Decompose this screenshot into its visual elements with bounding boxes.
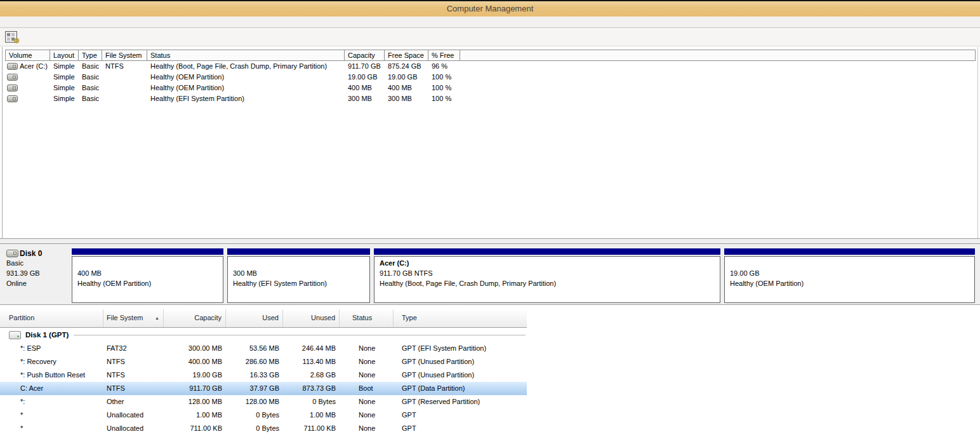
- partition-table-row[interactable]: *: ESP FAT32 300.00 MB 53.56 MB 246.44 M…: [0, 342, 527, 355]
- column-header-type[interactable]: Type: [394, 309, 527, 327]
- partition-table-header: Partition File System ▲ Capacity Used Un…: [0, 309, 527, 328]
- column-header-status[interactable]: Status: [340, 309, 394, 327]
- partition-block-body: 19.00 GB Healthy (OEM Partition): [724, 256, 975, 303]
- volume-name-cell: [5, 72, 50, 83]
- partition-name: *: [0, 409, 103, 422]
- column-header-type[interactable]: Type: [78, 50, 102, 61]
- disk-management-icon[interactable]: ⚙: [5, 31, 17, 43]
- partition-filesystem: NTFS: [103, 382, 164, 395]
- partition-status-line: Healthy (OEM Partition): [730, 278, 969, 288]
- volume-row[interactable]: Simple Basic Healthy (OEM Partition) 400…: [5, 83, 976, 93]
- computer-management-window: Computer Management ⚙ Volume Layout Type…: [0, 0, 980, 439]
- column-header-file-system[interactable]: File System: [102, 50, 147, 61]
- volume-layout: Simple: [50, 93, 79, 104]
- disk-group-row[interactable]: Disk 1 (GPT): [0, 328, 527, 342]
- partition-type: GPT (Unused Partition): [394, 368, 527, 382]
- volume-row[interactable]: Simple Basic Healthy (OEM Partition) 19.…: [5, 72, 976, 83]
- partition-status-line: Healthy (EFI System Partition): [233, 278, 364, 288]
- volume-type: Basic: [79, 83, 102, 93]
- volume-status: Healthy (OEM Partition): [147, 72, 345, 83]
- partition-status: None: [340, 342, 394, 355]
- partition-color-bar: [72, 248, 223, 255]
- partition-capacity: 711.00 KB: [164, 422, 226, 435]
- partition-name: *: Recovery: [0, 355, 103, 368]
- partition-block[interactable]: 300 MB Healthy (EFI System Partition): [227, 248, 370, 303]
- partition-unused: 0 Bytes: [283, 395, 340, 409]
- disk-group-label: Disk 1 (GPT): [25, 331, 69, 339]
- disk-size: 931.39 GB: [6, 268, 69, 278]
- column-header-capacity[interactable]: Capacity: [164, 309, 226, 327]
- column-header-pct-free[interactable]: % Free: [428, 50, 460, 61]
- volume-row-filler: [460, 93, 976, 104]
- partition-block-body: 400 MB Healthy (OEM Partition): [72, 256, 223, 303]
- partition-unused: 2.68 GB: [283, 368, 340, 382]
- column-header-free-space[interactable]: Free Space: [384, 50, 428, 61]
- partition-color-bar: [374, 248, 720, 255]
- volume-icon: [7, 84, 18, 91]
- partition-block[interactable]: Acer (C:) 911.70 GB NTFS Healthy (Boot, …: [374, 248, 720, 303]
- volume-row[interactable]: Simple Basic Healthy (EFI System Partiti…: [5, 93, 976, 104]
- partition-table-row[interactable]: *: Push Button Reset NTFS 19.00 GB 16.33…: [0, 368, 527, 382]
- column-header-file-system[interactable]: File System ▲: [103, 309, 164, 327]
- volume-pct-free: 100 %: [428, 93, 460, 104]
- volume-row-filler: [460, 83, 976, 93]
- column-header-filler: [460, 50, 976, 61]
- volume-status: Healthy (Boot, Page File, Crash Dump, Pr…: [147, 61, 345, 72]
- partition-capacity: 300.00 MB: [164, 342, 226, 355]
- volume-layout: Simple: [50, 61, 79, 72]
- partition-used: 53.56 MB: [226, 342, 283, 355]
- partition-used: 37.97 GB: [226, 382, 283, 395]
- partition-used: 16.33 GB: [226, 368, 283, 382]
- partition-table-row[interactable]: *: Other 128.00 MB 128.00 MB 0 Bytes Non…: [0, 395, 527, 409]
- partition-table-row[interactable]: * Unallocated 1.00 MB 0 Bytes 1.00 MB No…: [0, 409, 527, 422]
- partition-filesystem: Unallocated: [103, 409, 164, 422]
- pane-splitter[interactable]: [0, 238, 980, 244]
- volume-name-cell: Acer (C:): [5, 61, 50, 72]
- volume-capacity: 400 MB: [345, 83, 385, 93]
- volume-icon: [7, 63, 18, 70]
- column-header-partition[interactable]: Partition: [0, 309, 103, 327]
- file-system-header-label: File System: [107, 314, 143, 321]
- partition-used: 128.00 MB: [226, 395, 283, 409]
- partition-table-row[interactable]: C: Acer NTFS 911.70 GB 37.97 GB 873.73 G…: [0, 382, 527, 395]
- volume-pct-free: 100 %: [428, 72, 460, 83]
- disk-name: Disk 0: [20, 249, 42, 258]
- partition-name: C: Acer: [0, 382, 103, 395]
- volume-filesystem: [102, 83, 147, 93]
- volume-icon: [7, 74, 18, 81]
- partition-size-line: 300 MB: [233, 268, 364, 278]
- volume-capacity: 911.70 GB: [345, 61, 385, 72]
- volume-free-space: 875.24 GB: [385, 61, 428, 72]
- partition-type: GPT: [394, 409, 527, 422]
- volume-list: Acer (C:) Simple Basic NTFS Healthy (Boo…: [5, 61, 976, 104]
- partition-size-line: 911.70 GB NTFS: [380, 268, 715, 278]
- column-header-capacity[interactable]: Capacity: [344, 50, 385, 61]
- partition-block[interactable]: 400 MB Healthy (OEM Partition): [72, 248, 223, 303]
- partition-type: GPT (Reserved Partition): [394, 395, 527, 409]
- partition-block[interactable]: 19.00 GB Healthy (OEM Partition): [724, 248, 975, 303]
- disk0-info-panel[interactable]: Disk 0 Basic 931.39 GB Online: [6, 249, 69, 288]
- volume-list-header: Volume Layout Type File System Status Ca…: [5, 50, 976, 61]
- volume-layout: Simple: [50, 72, 79, 83]
- sort-ascending-icon: ▲: [155, 309, 159, 327]
- partition-table-row[interactable]: * Unallocated 711.00 KB 0 Bytes 711.00 K…: [0, 422, 527, 435]
- column-header-status[interactable]: Status: [147, 50, 345, 61]
- partition-tool-window: Partition File System ▲ Capacity Used Un…: [0, 309, 527, 439]
- title-bar[interactable]: Computer Management: [0, 0, 980, 17]
- volume-free-space: 400 MB: [385, 83, 428, 93]
- volume-row-filler: [460, 72, 976, 83]
- partition-capacity: 400.00 MB: [164, 355, 226, 368]
- partition-unused: 246.44 MB: [283, 342, 340, 355]
- volume-row[interactable]: Acer (C:) Simple Basic NTFS Healthy (Boo…: [5, 61, 976, 72]
- column-header-unused[interactable]: Unused: [283, 309, 340, 327]
- volume-status: Healthy (EFI System Partition): [147, 93, 345, 104]
- partition-status: None: [340, 395, 394, 409]
- partition-name: *: [0, 422, 103, 435]
- partition-table-row[interactable]: *: Recovery NTFS 400.00 MB 286.60 MB 113…: [0, 355, 527, 368]
- column-header-layout[interactable]: Layout: [50, 50, 79, 61]
- partition-status-line: Healthy (OEM Partition): [77, 278, 218, 288]
- column-header-volume[interactable]: Volume: [5, 50, 50, 61]
- partition-status: None: [340, 409, 394, 422]
- partition-size-line: 19.00 GB: [730, 268, 969, 278]
- column-header-used[interactable]: Used: [226, 309, 283, 327]
